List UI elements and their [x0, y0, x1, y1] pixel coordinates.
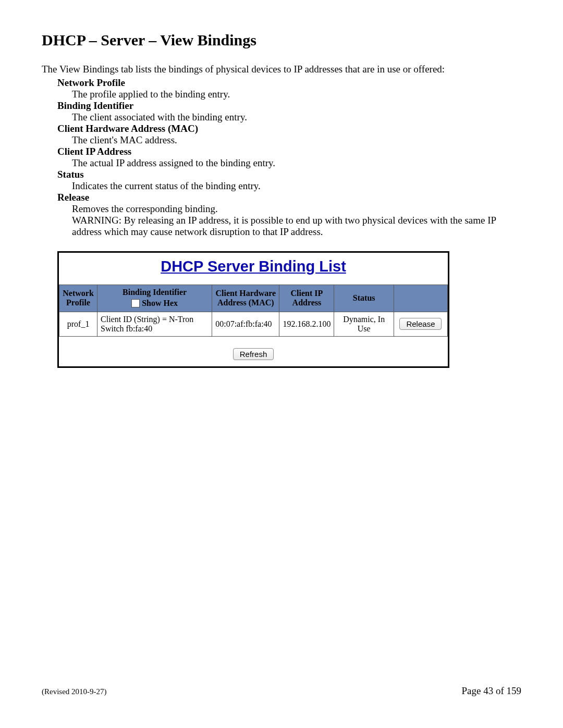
panel-title: DHCP Server Binding List — [59, 253, 448, 279]
definitions-list: Network Profile The profile applied to t… — [57, 77, 521, 238]
definition-term: Status — [57, 169, 521, 180]
footer-page: Page 43 of 159 — [461, 685, 521, 697]
definition-term: Release — [57, 192, 521, 203]
definition-desc: The profile applied to the binding entry… — [72, 89, 521, 100]
definition-term: Client Hardware Address (MAC) — [57, 123, 521, 134]
cell-mac: 00:07:af:fb:fa:40 — [212, 312, 279, 336]
binding-identifier-label: Binding Identifier — [99, 287, 211, 297]
definition-item: Status Indicates the current status of t… — [57, 169, 521, 192]
cell-ip: 192.168.2.100 — [279, 312, 334, 336]
page-title: DHCP – Server – View Bindings — [42, 31, 521, 49]
show-hex-label: Show Hex — [142, 298, 178, 308]
col-client-ip: Client IP Address — [279, 285, 334, 312]
definition-desc: Removes the corresponding binding. — [72, 203, 521, 215]
definition-desc: The actual IP address assigned to the bi… — [72, 157, 521, 169]
definition-item: Release Removes the corresponding bindin… — [57, 192, 521, 238]
definition-item: Binding Identifier The client associated… — [57, 100, 521, 123]
col-status: Status — [334, 285, 394, 312]
cell-status: Dynamic, In Use — [334, 312, 394, 336]
cell-profile: prof_1 — [59, 312, 97, 336]
definition-desc: The client's MAC address. — [72, 134, 521, 146]
binding-list-panel: DHCP Server Binding List Network Profile… — [57, 251, 449, 368]
cell-binding-id: Client ID (String) = N-Tron Switch fb:fa… — [97, 312, 212, 336]
table-row: prof_1 Client ID (String) = N-Tron Switc… — [59, 312, 448, 336]
panel-title-text: DHCP Server Binding List — [161, 258, 346, 275]
page-footer: (Revised 2010-9-27) Page 43 of 159 — [42, 685, 521, 697]
col-binding-identifier: Binding Identifier Show Hex — [97, 285, 212, 312]
show-hex-toggle[interactable]: Show Hex — [131, 298, 178, 308]
refresh-button[interactable]: Refresh — [233, 348, 274, 360]
definition-term: Client IP Address — [57, 146, 521, 157]
definition-item: Network Profile The profile applied to t… — [57, 77, 521, 100]
col-network-profile: Network Profile — [59, 285, 97, 312]
binding-table: Network Profile Binding Identifier Show … — [59, 285, 448, 337]
show-hex-checkbox[interactable] — [131, 299, 140, 307]
definition-desc: Indicates the current status of the bind… — [72, 180, 521, 192]
intro-text: The View Bindings tab lists the bindings… — [42, 64, 521, 75]
definition-desc: The client associated with the binding e… — [72, 112, 521, 123]
release-button[interactable]: Release — [399, 318, 442, 330]
col-client-mac: Client Hardware Address (MAC) — [212, 285, 279, 312]
col-actions — [394, 285, 447, 312]
definition-term: Binding Identifier — [57, 100, 521, 112]
definition-item: Client Hardware Address (MAC) The client… — [57, 123, 521, 146]
footer-revised: (Revised 2010-9-27) — [42, 687, 107, 696]
definition-term: Network Profile — [57, 77, 521, 89]
definition-warning: WARNING: By releasing an IP address, it … — [72, 215, 521, 238]
definition-item: Client IP Address The actual IP address … — [57, 146, 521, 169]
cell-actions: Release — [394, 312, 447, 336]
